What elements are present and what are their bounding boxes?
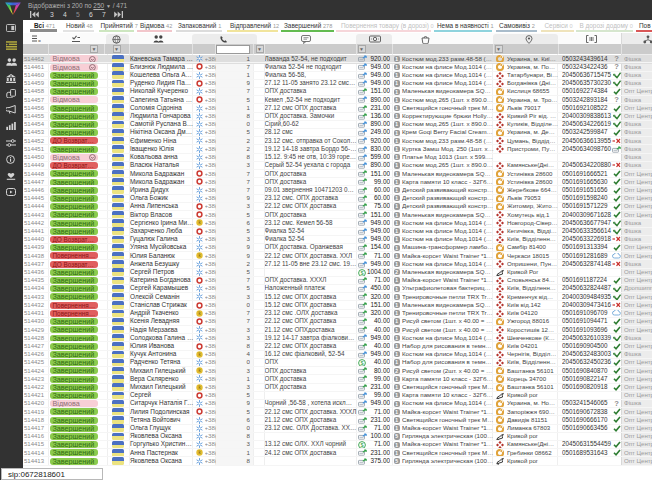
svg-text:=: = — [38, 38, 41, 44]
